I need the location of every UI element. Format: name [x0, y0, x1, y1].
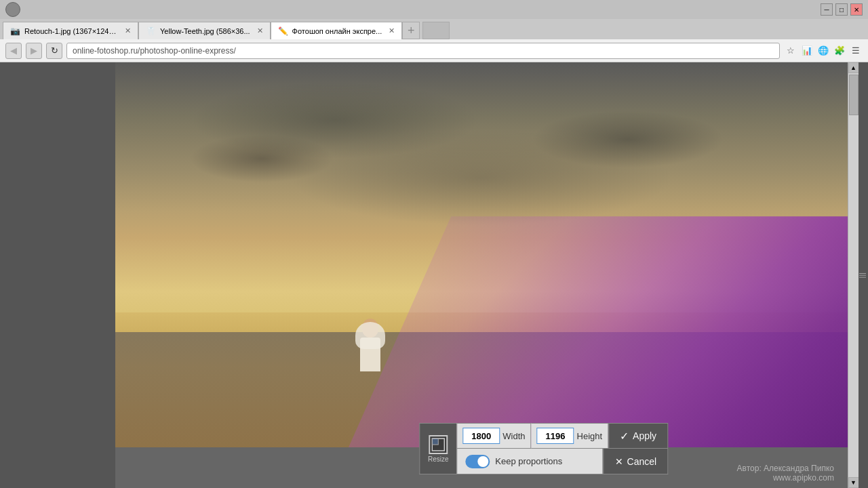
resize-panel: Resize Width Height ✓ Apply [419, 423, 668, 474]
tab-favicon3: ✏️ [278, 26, 288, 36]
tab-label: Retouch-1.jpg (1367×1249... [24, 27, 118, 35]
tab-close-icon2[interactable]: ✕ [257, 26, 263, 35]
apply-button[interactable]: ✓ Apply [608, 423, 668, 449]
title-bar-left [5, 2, 20, 17]
keep-proportions-box[interactable]: Keep proportions [456, 449, 603, 474]
watermark-line1: Автор: Александра Пипко [737, 464, 834, 473]
tab-favicon2: 🦷 [146, 26, 156, 36]
forward-button[interactable]: ▶ [26, 43, 42, 59]
right-scrollbar: ▲ ▼ [848, 62, 859, 488]
scroll-down-button[interactable]: ▼ [848, 477, 859, 488]
photo-background [115, 62, 848, 447]
extension-icon[interactable]: 🧩 [833, 44, 846, 58]
scroll-up-button[interactable]: ▲ [848, 62, 859, 73]
apply-label: Apply [633, 430, 656, 441]
right-toolbar: ||| [859, 62, 868, 488]
tab-label3: Фотошоп онлайн экспре... [292, 27, 382, 35]
tab-extra [422, 22, 450, 39]
new-tab-button[interactable]: + [402, 22, 420, 39]
height-input[interactable] [537, 428, 574, 444]
toggle-knob [477, 456, 488, 467]
resize-row2: Keep proportions ✕ Cancel [456, 449, 668, 474]
cancel-button[interactable]: ✕ Cancel [604, 449, 669, 474]
title-bar: ─ □ ✕ [0, 0, 868, 19]
width-field-group: Width [456, 423, 531, 449]
tab-yellowteeth[interactable]: 🦷 Yellow-Teeth.jpg (586×36... ✕ [138, 22, 271, 39]
forward-icon: ▶ [31, 45, 37, 56]
watermark: Автор: Александра Пипко www.apipko.com [737, 464, 834, 483]
bride-veil [355, 322, 385, 349]
width-input[interactable] [462, 428, 500, 444]
width-label: Width [502, 431, 525, 441]
scroll-track [848, 73, 859, 477]
height-label: Height [577, 431, 603, 441]
cancel-label: Cancel [627, 456, 657, 467]
apply-checkmark-icon: ✓ [620, 430, 629, 443]
back-icon: ◀ [10, 45, 17, 56]
scroll-thumb[interactable] [849, 75, 859, 115]
tab-close-icon3[interactable]: ✕ [389, 26, 395, 35]
bride-figure [350, 319, 391, 393]
back-button[interactable]: ◀ [5, 43, 22, 59]
bride-head [362, 319, 378, 338]
address-text: online-fotoshop.ru/photoshop-online-expr… [73, 46, 236, 56]
main-area: Resize Width Height ✓ Apply [0, 62, 868, 488]
browser-avatar [5, 2, 20, 17]
window-controls[interactable]: ─ □ ✕ [821, 3, 863, 16]
left-sidebar [0, 62, 115, 488]
resize-label: Resize [428, 455, 449, 463]
nav-icons: ☆ 📊 🌐 🧩 ☰ [784, 44, 863, 58]
close-button[interactable]: ✕ [850, 3, 863, 16]
tab-fotoshop[interactable]: ✏️ Фотошоп онлайн экспре... ✕ [271, 22, 403, 39]
canvas-area: Resize Width Height ✓ Apply [115, 62, 848, 488]
star-icon[interactable]: ☆ [784, 44, 797, 58]
stats-icon[interactable]: 📊 [800, 44, 814, 58]
tab-favicon: 📷 [10, 26, 20, 36]
resize-icon [429, 435, 448, 454]
resize-row1: Resize Width Height ✓ Apply [419, 423, 668, 449]
watermark-line2: www.apipko.com [737, 473, 834, 483]
browser-icon[interactable]: 🌐 [816, 44, 830, 58]
tab-bar: 📷 Retouch-1.jpg (1367×1249... ✕ 🦷 Yellow… [0, 19, 868, 39]
address-bar[interactable]: online-fotoshop.ru/photoshop-online-expr… [66, 43, 780, 59]
tab-label2: Yellow-Teeth.jpg (586×36... [160, 27, 250, 35]
menu-icon[interactable]: ☰ [849, 44, 863, 58]
keep-proportions-label: Keep proportions [495, 456, 562, 466]
cancel-x-icon: ✕ [615, 456, 623, 467]
height-field-group: Height [532, 423, 609, 449]
refresh-icon: ↻ [51, 45, 58, 56]
resize-svg [431, 438, 445, 451]
tab-close-icon[interactable]: ✕ [125, 26, 131, 35]
svg-rect-1 [432, 439, 438, 445]
tab-retouch[interactable]: 📷 Retouch-1.jpg (1367×1249... ✕ [3, 22, 138, 39]
minimize-button[interactable]: ─ [821, 3, 833, 16]
keep-proportions-toggle[interactable] [465, 455, 490, 468]
right-toolbar-icon: ||| [859, 272, 867, 279]
nav-bar: ◀ ▶ ↻ online-fotoshop.ru/photoshop-onlin… [0, 39, 868, 62]
refresh-button[interactable]: ↻ [46, 43, 62, 59]
resize-icon-box[interactable]: Resize [419, 423, 456, 474]
maximize-button[interactable]: □ [835, 3, 848, 16]
